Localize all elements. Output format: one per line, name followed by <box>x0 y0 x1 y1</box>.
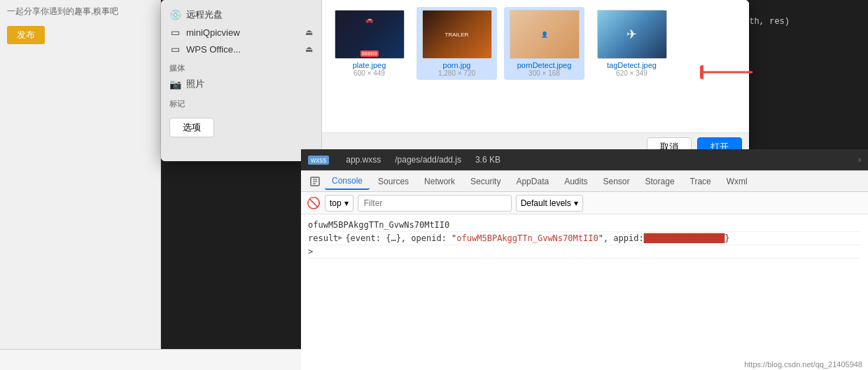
console-text-2d: } <box>724 233 729 243</box>
console-text-2: result <box>308 233 338 243</box>
tab-storage[interactable]: Storage <box>638 174 682 189</box>
file-item-plate[interactable]: 🚗 plate.jpeg 600 × 449 <box>329 7 410 80</box>
tags-section-label: 标记 <box>161 93 321 111</box>
devtools-panel: Console Sources Network Security AppData… <box>301 170 868 370</box>
file-thumb-plate: 🚗 <box>335 10 405 59</box>
camera-icon: 📷 <box>169 78 181 90</box>
levels-chevron-icon: ▾ <box>574 198 578 208</box>
tab-security[interactable]: Security <box>463 174 507 189</box>
tagdetect-dims: 620 × 349 <box>616 69 648 77</box>
console-text-2c: ", appid: <box>598 233 644 243</box>
levels-value: Default levels <box>521 198 571 208</box>
console-highlight-text: ofuwM5BPAkggTTn_GvwNs70MtII0 <box>456 233 598 243</box>
porndetect-thumb-content: 👤 <box>541 32 548 38</box>
disk-icon: 💿 <box>169 9 181 20</box>
tab-sources-label: Sources <box>378 177 409 186</box>
tab-sensor-label: Sensor <box>603 177 630 186</box>
tab-console[interactable]: Console <box>325 173 370 190</box>
publish-button[interactable]: 发布 <box>7 26 45 44</box>
porn-thumb-content: TRAILER <box>444 30 470 39</box>
porn-filename: porn.jpg <box>443 61 471 69</box>
watermark: https://blog.csdn.net/qq_21405948 <box>744 360 862 369</box>
porn-dims: 1,280 × 720 <box>438 69 475 77</box>
app-wxss-filename: app.wxss <box>346 155 381 165</box>
subtitle-text: 一起分享你遇到的趣事,糗事吧 <box>0 0 160 23</box>
tab-audits[interactable]: Audits <box>557 174 594 189</box>
sidebar-wps-label: WPS Office... <box>186 44 241 55</box>
tab-trace-label: Trace <box>690 177 711 186</box>
console-line-3: > <box>308 245 861 259</box>
left-panel: 一起分享你遇到的趣事,糗事吧 发布 <box>0 0 161 370</box>
file-thumb-porn: TRAILER <box>422 10 492 59</box>
porndetect-dims: 300 × 168 <box>528 69 560 77</box>
dialog-main: 🚗 plate.jpeg 600 × 449 TRAILER porn.jpg … <box>322 0 749 161</box>
tab-audits-label: Audits <box>564 177 587 186</box>
file-item-porn[interactable]: TRAILER porn.jpg 1,280 × 720 <box>416 7 497 80</box>
tab-sensor[interactable]: Sensor <box>596 174 637 189</box>
tab-trace[interactable]: Trace <box>683 174 718 189</box>
drive-icon-2: ▭ <box>169 43 181 55</box>
console-redacted-text: ████████████████ <box>644 233 725 243</box>
file-info-bar: wxss app.wxss /pages/add/add.js 3.6 KB › <box>301 149 868 170</box>
file-item-porndetect[interactable]: 👤 pornDetect.jpeg 300 × 168 <box>504 7 584 80</box>
sidebar-item-wps[interactable]: ▭ WPS Office... ⏏ <box>161 41 321 57</box>
file-path: /pages/add/add.js <box>395 155 461 165</box>
context-selector[interactable]: top ▾ <box>325 195 354 212</box>
levels-selector[interactable]: Default levels ▾ <box>516 195 583 212</box>
context-value: top <box>330 198 342 208</box>
tab-appdata-label: AppData <box>516 177 549 186</box>
expand-icon[interactable]: ▶ <box>338 233 342 241</box>
tab-appdata[interactable]: AppData <box>509 174 556 189</box>
tab-storage-label: Storage <box>645 177 675 186</box>
tagdetect-thumb-content: ✈ <box>626 27 637 42</box>
plate-filename: plate.jpeg <box>353 61 386 69</box>
sidebar-photos-label: 照片 <box>186 78 204 90</box>
sidebar-remote-disk-label: 远程光盘 <box>186 8 223 21</box>
tab-wxml[interactable]: Wxml <box>720 174 755 189</box>
plate-dims: 600 × 449 <box>354 69 385 77</box>
devtools-toolbar: 🚫 top ▾ Default levels ▾ <box>301 192 868 214</box>
console-line-1: ofuwM5BPAkggTTn_GvwNs70MtII0 <box>308 219 861 232</box>
devtools-cursor-icon[interactable] <box>307 173 323 190</box>
console-text-1: ofuwM5BPAkggTTn_GvwNs70MtII0 <box>308 220 449 230</box>
tab-sources[interactable]: Sources <box>371 174 416 189</box>
cursor-svg <box>310 177 320 186</box>
eject-icon-2[interactable]: ⏏ <box>305 44 313 54</box>
tab-wxml-label: Wxml <box>727 177 748 186</box>
dialog-files-area: 🚗 plate.jpeg 600 × 449 TRAILER porn.jpg … <box>322 0 749 132</box>
bottom-status-bar <box>0 349 301 370</box>
tab-security-label: Security <box>470 177 500 186</box>
porndetect-filename: pornDetect.jpeg <box>517 61 572 69</box>
red-arrow-indicator <box>700 62 756 83</box>
wxss-badge: wxss <box>308 156 329 165</box>
console-prompt-chevron[interactable]: > <box>308 247 313 256</box>
sidebar-item-photos[interactable]: 📷 照片 <box>161 75 321 93</box>
file-right-arrow-icon: › <box>858 155 861 165</box>
file-thumb-tagdetect: ✈ <box>597 10 667 59</box>
tab-console-label: Console <box>332 176 363 186</box>
drive-icon-1: ▭ <box>169 27 181 38</box>
dialog-sidebar: 💿 远程光盘 ▭ miniQpicview ⏏ ▭ WPS Office... … <box>161 0 322 161</box>
file-item-tagdetect[interactable]: ✈ tagDetect.jpeg 620 × 349 <box>592 7 672 80</box>
no-entry-icon[interactable]: 🚫 <box>307 196 321 210</box>
options-button[interactable]: 选项 <box>169 118 214 137</box>
media-section-label: 媒体 <box>161 57 321 75</box>
eject-icon-1[interactable]: ⏏ <box>305 27 313 37</box>
sidebar-mini-qpicview-label: miniQpicview <box>186 27 240 38</box>
console-text-2b: {event: {…}, openid: " <box>345 233 456 243</box>
chevron-down-icon: ▾ <box>344 198 349 208</box>
file-dialog: 💿 远程光盘 ▭ miniQpicview ⏏ ▭ WPS Office... … <box>161 0 749 161</box>
plate-thumb-content: 🚗 <box>339 16 400 23</box>
tab-network[interactable]: Network <box>417 174 462 189</box>
devtools-console: ofuwM5BPAkggTTn_GvwNs70MtII0 result ▶ {e… <box>301 214 868 370</box>
filter-input[interactable] <box>358 195 512 212</box>
devtools-tabs-bar: Console Sources Network Security AppData… <box>301 171 868 192</box>
file-size: 3.6 KB <box>475 155 500 165</box>
tab-network-label: Network <box>424 177 455 186</box>
sidebar-item-mini-qpicview[interactable]: ▭ miniQpicview ⏏ <box>161 24 321 41</box>
console-line-2: result ▶ {event: {…}, openid: " ofuwM5BP… <box>308 232 861 245</box>
file-thumb-porndetect: 👤 <box>510 10 580 59</box>
sidebar-item-remote-disk[interactable]: 💿 远程光盘 <box>161 6 321 24</box>
tagdetect-filename: tagDetect.jpeg <box>607 61 657 69</box>
